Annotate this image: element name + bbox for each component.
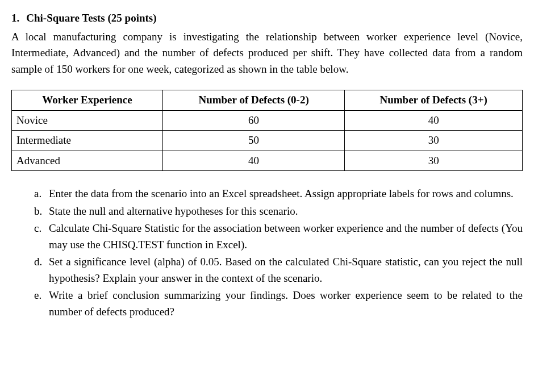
subquestion-marker: e. <box>34 287 49 320</box>
subquestion-marker: d. <box>34 254 49 286</box>
question-header: 1.Chi-Square Tests (25 points) <box>11 10 523 27</box>
list-item: c. Calculate Chi-Square Statistic for th… <box>34 220 523 253</box>
question-title: Chi-Square Tests (25 points) <box>26 12 156 24</box>
table-cell-label: Intermediate <box>12 131 163 151</box>
subquestion-text: Enter the data from the scenario into an… <box>49 186 523 202</box>
subquestion-text: Write a brief conclusion summarizing you… <box>49 287 523 320</box>
list-item: d. Set a significance level (alpha) of 0… <box>34 254 523 286</box>
list-item: a. Enter the data from the scenario into… <box>34 186 523 202</box>
subquestion-marker: a. <box>34 186 49 202</box>
table-cell-label: Novice <box>12 110 163 131</box>
subquestion-text: Calculate Chi-Square Statistic for the a… <box>49 220 523 253</box>
table-row: Advanced 40 30 <box>12 151 523 171</box>
table-cell-value: 50 <box>162 131 344 151</box>
data-table: Worker Experience Number of Defects (0-2… <box>11 90 523 171</box>
table-header-experience: Worker Experience <box>12 90 163 111</box>
table-cell-label: Advanced <box>12 151 163 171</box>
subquestion-text: State the null and alternative hypothese… <box>49 203 523 220</box>
subquestion-marker: b. <box>34 203 49 220</box>
table-cell-value: 40 <box>345 110 523 131</box>
table-header-defects-low: Number of Defects (0-2) <box>162 90 344 111</box>
table-header-defects-high: Number of Defects (3+) <box>345 90 523 111</box>
table-cell-value: 30 <box>345 151 523 171</box>
question-intro: A local manufacturing company is investi… <box>11 29 523 78</box>
list-item: e. Write a brief conclusion summarizing … <box>34 287 523 320</box>
subquestion-marker: c. <box>34 220 49 253</box>
table-cell-value: 40 <box>162 151 344 171</box>
table-row: Intermediate 50 30 <box>12 131 523 151</box>
table-cell-value: 30 <box>345 131 523 151</box>
table-row: Novice 60 40 <box>12 110 523 131</box>
table-cell-value: 60 <box>162 110 344 131</box>
question-number: 1. <box>11 10 19 27</box>
list-item: b. State the null and alternative hypoth… <box>34 203 523 220</box>
subquestion-text: Set a significance level (alpha) of 0.05… <box>49 254 523 286</box>
table-header-row: Worker Experience Number of Defects (0-2… <box>12 90 523 111</box>
subquestion-list: a. Enter the data from the scenario into… <box>11 186 523 320</box>
